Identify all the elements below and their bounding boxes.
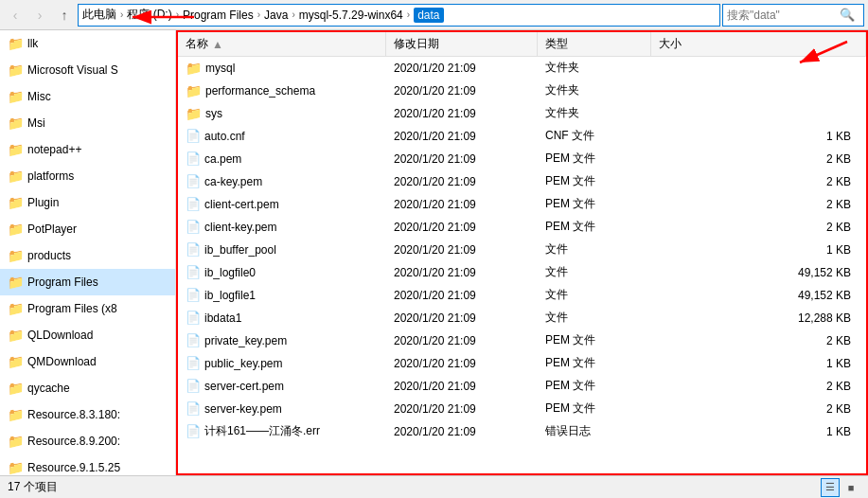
sidebar: 📁 llk 📁 Microsoft Visual S 📁 Misc 📁 Msi …: [0, 30, 176, 475]
sidebar-item-resource1[interactable]: 📁 Resource.8.3.180:: [0, 401, 175, 428]
file-row[interactable]: 📁 mysql 2020/1/20 21:09 文件夹: [178, 57, 866, 80]
sidebar-item-resource2[interactable]: 📁 Resource.8.9.200:: [0, 428, 175, 454]
sidebar-label: QLDownload: [27, 329, 93, 342]
back-button[interactable]: ‹: [4, 4, 27, 27]
sidebar-item-resource3[interactable]: 📁 Resource.9.1.5.25: [0, 454, 175, 475]
folder-icon: 📁: [8, 301, 24, 316]
file-icon: 📄: [186, 174, 201, 188]
sort-icon: ▲: [212, 38, 223, 51]
file-date: 2020/1/20 21:09: [386, 334, 538, 347]
sidebar-item-llk[interactable]: 📁 llk: [0, 30, 175, 57]
sidebar-item-platforms[interactable]: 📁 platforms: [0, 163, 175, 189]
file-type: 文件: [538, 310, 651, 326]
address-bar[interactable]: 此电脑 › 程序 (D:) › Program Files › Java › m…: [78, 4, 720, 27]
file-name-text: private_key.pem: [204, 334, 287, 347]
file-name: 📄 server-key.pem: [178, 401, 386, 416]
col-name-label: 名称: [186, 36, 208, 52]
file-icon: 📄: [186, 424, 201, 438]
file-name: 📄 client-key.pem: [178, 220, 386, 234]
file-size: 2 KB: [651, 175, 866, 188]
col-header-size[interactable]: 大小: [651, 32, 866, 56]
sidebar-label: Microsoft Visual S: [27, 63, 118, 77]
sidebar-item-notepad[interactable]: 📁 notepad++: [0, 136, 175, 163]
breadcrumb-java[interactable]: Java: [264, 9, 288, 22]
sidebar-label: Resource.8.3.180:: [27, 408, 120, 421]
col-header-name[interactable]: 名称 ▲: [178, 32, 386, 56]
file-name: 📁 sys: [178, 106, 386, 121]
file-type: 文件夹: [538, 60, 651, 76]
folder-icon: 📁: [186, 83, 202, 98]
sidebar-item-potplayer[interactable]: 📁 PotPlayer: [0, 216, 175, 242]
sidebar-label: qycache: [27, 382, 70, 395]
view-buttons: ☰ ■: [821, 478, 860, 497]
file-row[interactable]: 📄 ib_logfile0 2020/1/20 21:09 文件 49,152 …: [178, 261, 866, 284]
folder-icon: 📁: [8, 89, 24, 104]
file-name: 📄 ca-key.pem: [178, 174, 386, 188]
file-row[interactable]: 📄 private_key.pem 2020/1/20 21:09 PEM 文件…: [178, 329, 866, 352]
sidebar-item-programfilesx86[interactable]: 📁 Program Files (x8: [0, 295, 175, 322]
file-row[interactable]: 📄 ca.pem 2020/1/20 21:09 PEM 文件 2 KB: [178, 148, 866, 170]
file-name-text: sys: [205, 107, 222, 120]
file-row[interactable]: 📄 ib_logfile1 2020/1/20 21:09 文件 49,152 …: [178, 284, 866, 307]
file-name-text: mysql: [205, 62, 235, 75]
tiles-view-button[interactable]: ■: [841, 478, 860, 497]
file-type: PEM 文件: [538, 378, 651, 394]
file-row[interactable]: 📄 ca-key.pem 2020/1/20 21:09 PEM 文件 2 KB: [178, 170, 866, 193]
file-row[interactable]: 📁 sys 2020/1/20 21:09 文件夹: [178, 102, 866, 125]
file-row[interactable]: 📄 ib_buffer_pool 2020/1/20 21:09 文件 1 KB: [178, 239, 866, 261]
breadcrumb-programfiles[interactable]: Program Files: [183, 9, 254, 22]
col-header-type[interactable]: 类型: [538, 32, 651, 56]
sidebar-item-misc[interactable]: 📁 Misc: [0, 83, 175, 110]
file-list: 📁 mysql 2020/1/20 21:09 文件夹 📁 performanc…: [178, 57, 866, 473]
file-row[interactable]: 📄 public_key.pem 2020/1/20 21:09 PEM 文件 …: [178, 352, 866, 375]
status-bar: 17 个项目 ☰ ■: [0, 475, 868, 498]
up-button[interactable]: ↑: [53, 4, 76, 27]
forward-button[interactable]: ›: [28, 4, 51, 27]
sidebar-item-mvs[interactable]: 📁 Microsoft Visual S: [0, 57, 175, 83]
search-icon[interactable]: 🔍: [840, 8, 855, 22]
sidebar-item-msi[interactable]: 📁 Msi: [0, 110, 175, 136]
sidebar-item-programfiles[interactable]: 📁 Program Files: [0, 269, 175, 295]
file-row[interactable]: 📄 server-key.pem 2020/1/20 21:09 PEM 文件 …: [178, 398, 866, 420]
file-type: PEM 文件: [538, 173, 651, 189]
sidebar-item-qldownload[interactable]: 📁 QLDownload: [0, 322, 175, 348]
folder-icon: 📁: [8, 36, 24, 51]
file-row[interactable]: 📁 performance_schema 2020/1/20 21:09 文件夹: [178, 80, 866, 102]
sidebar-item-plugin[interactable]: 📁 Plugin: [0, 189, 175, 216]
file-row[interactable]: 📄 client-key.pem 2020/1/20 21:09 PEM 文件 …: [178, 216, 866, 239]
file-date: 2020/1/20 21:09: [386, 175, 538, 188]
file-name: 📄 private_key.pem: [178, 333, 386, 347]
sidebar-item-qycache[interactable]: 📁 qycache: [0, 375, 175, 401]
file-row[interactable]: 📄 计科161——江涌冬.err 2020/1/20 21:09 错误日志 1 …: [178, 420, 866, 443]
sidebar-item-qmdownload[interactable]: 📁 QMDownload: [0, 348, 175, 375]
details-view-button[interactable]: ☰: [821, 478, 840, 497]
sidebar-label: Msi: [27, 116, 45, 130]
file-row[interactable]: 📄 server-cert.pem 2020/1/20 21:09 PEM 文件…: [178, 375, 866, 398]
file-icon: 📄: [186, 197, 201, 211]
file-name-text: ib_logfile1: [204, 289, 256, 302]
search-input[interactable]: [727, 9, 836, 22]
main-area: 📁 llk 📁 Microsoft Visual S 📁 Misc 📁 Msi …: [0, 30, 868, 475]
folder-icon: 📁: [8, 328, 24, 343]
sidebar-label: products: [27, 249, 71, 262]
file-name-text: client-cert.pem: [204, 198, 279, 211]
file-row[interactable]: 📄 ibdata1 2020/1/20 21:09 文件 12,288 KB: [178, 307, 866, 329]
sidebar-label: Misc: [27, 90, 51, 103]
breadcrumb-mysql[interactable]: mysql-5.7.29-winx64: [299, 9, 403, 22]
breadcrumb-data[interactable]: data: [414, 8, 443, 23]
file-type: PEM 文件: [538, 196, 651, 212]
search-bar[interactable]: 🔍: [722, 4, 864, 27]
file-size: 2 KB: [651, 221, 866, 234]
file-date: 2020/1/20 21:09: [386, 152, 538, 166]
breadcrumb-drive[interactable]: 程序 (D:): [127, 7, 171, 23]
sidebar-label: platforms: [27, 169, 74, 183]
folder-icon: 📁: [8, 434, 24, 449]
file-row[interactable]: 📄 auto.cnf 2020/1/20 21:09 CNF 文件 1 KB: [178, 125, 866, 148]
col-header-date[interactable]: 修改日期: [386, 32, 538, 56]
file-type: PEM 文件: [538, 332, 651, 348]
file-row[interactable]: 📄 client-cert.pem 2020/1/20 21:09 PEM 文件…: [178, 193, 866, 216]
sidebar-item-products[interactable]: 📁 products: [0, 242, 175, 269]
file-name: 📄 ibdata1: [178, 311, 386, 325]
breadcrumb-computer[interactable]: 此电脑: [82, 7, 116, 23]
file-type: 文件: [538, 241, 651, 258]
